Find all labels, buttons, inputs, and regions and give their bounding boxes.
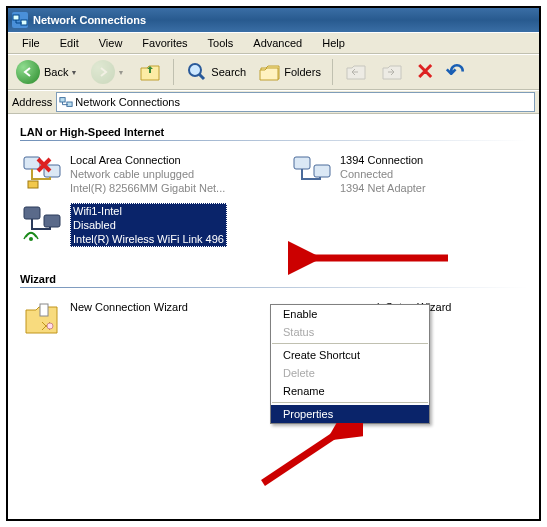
wizard-name: New Connection Wizard: [70, 300, 188, 314]
connection-item-wifi[interactable]: Wifi1-Intel Disabled Intel(R) Wireless W…: [20, 203, 270, 247]
back-icon: [16, 60, 40, 84]
delete-icon: ✕: [416, 59, 434, 85]
menu-edit[interactable]: Edit: [50, 35, 89, 51]
connection-item-1394[interactable]: 1394 Connection Connected 1394 Net Adapt…: [290, 151, 490, 195]
dropdown-icon: ▼: [117, 69, 124, 76]
menubar: File Edit View Favorites Tools Advanced …: [8, 32, 539, 54]
menu-view[interactable]: View: [89, 35, 133, 51]
wizard-icon: [20, 298, 64, 342]
up-folder-icon: [138, 60, 162, 84]
svg-rect-5: [24, 157, 40, 169]
menu-favorites[interactable]: Favorites: [132, 35, 197, 51]
wizard-item-new-connection[interactable]: New Connection Wizard: [20, 298, 270, 342]
svg-rect-0: [13, 15, 19, 20]
annotation-arrow: [288, 238, 458, 278]
context-menu-properties[interactable]: Properties: [271, 405, 429, 423]
undo-button[interactable]: ↶: [442, 57, 468, 87]
address-value: Network Connections: [75, 96, 180, 108]
separator: [272, 402, 428, 403]
connection-name: Local Area Connection: [70, 153, 225, 167]
annotation-arrow: [243, 423, 363, 493]
forward-icon: [91, 60, 115, 84]
context-menu-enable[interactable]: Enable: [271, 305, 429, 323]
menu-help[interactable]: Help: [312, 35, 355, 51]
search-icon: [185, 60, 209, 84]
network-connections-icon: [12, 12, 28, 28]
svg-point-12: [29, 237, 33, 241]
move-to-button: [340, 58, 372, 86]
menu-advanced[interactable]: Advanced: [243, 35, 312, 51]
connection-name: 1394 Connection: [340, 153, 426, 167]
titlebar: Network Connections: [8, 8, 539, 32]
address-bar: Address Network Connections: [8, 90, 539, 114]
folders-button[interactable]: Folders: [254, 58, 325, 86]
back-button[interactable]: Back ▼: [12, 58, 83, 86]
network-connections-icon: [59, 95, 73, 109]
separator: [272, 343, 428, 344]
address-field[interactable]: Network Connections: [56, 92, 535, 112]
address-label: Address: [12, 96, 52, 108]
connection-device: Intel(R) 82566MM Gigabit Net...: [70, 181, 225, 195]
menu-tools[interactable]: Tools: [198, 35, 244, 51]
context-menu-rename[interactable]: Rename: [271, 382, 429, 400]
delete-button[interactable]: ✕: [412, 57, 438, 87]
context-menu-create-shortcut[interactable]: Create Shortcut: [271, 346, 429, 364]
group-header-lan: LAN or High-Speed Internet: [20, 126, 527, 138]
window-title: Network Connections: [33, 14, 146, 26]
search-button[interactable]: Search: [181, 58, 250, 86]
svg-rect-9: [314, 165, 330, 177]
connection-device: 1394 Net Adapter: [340, 181, 426, 195]
connection-item-local-area[interactable]: Local Area Connection Network cable unpl…: [20, 151, 270, 195]
copy-to-icon: [380, 60, 404, 84]
copy-to-button: [376, 58, 408, 86]
move-to-icon: [344, 60, 368, 84]
svg-point-14: [47, 323, 53, 329]
divider: [20, 287, 527, 288]
svg-rect-3: [60, 98, 65, 102]
svg-rect-7: [28, 181, 38, 188]
menu-file[interactable]: File: [12, 35, 50, 51]
connection-status: Network cable unplugged: [70, 167, 225, 181]
svg-line-16: [263, 433, 338, 483]
dropdown-icon[interactable]: ▼: [70, 69, 77, 76]
divider: [20, 140, 527, 141]
wifi-disabled-icon: [20, 203, 64, 247]
lan-unplugged-icon: [20, 151, 64, 195]
connection-name: Wifi1-Intel: [73, 204, 224, 218]
folders-icon: [258, 60, 282, 84]
back-label: Back: [44, 66, 68, 78]
context-menu-status: Status: [271, 323, 429, 341]
up-button[interactable]: [134, 58, 166, 86]
connection-device: Intel(R) Wireless WiFi Link 496: [73, 232, 224, 246]
forward-button: ▼: [87, 58, 130, 86]
connection-status: Disabled: [73, 218, 224, 232]
svg-rect-8: [294, 157, 310, 169]
folders-label: Folders: [284, 66, 321, 78]
connection-status: Connected: [340, 167, 426, 181]
context-menu-delete: Delete: [271, 364, 429, 382]
toolbar: Back ▼ ▼ Search Folders ✕ ↶: [8, 54, 539, 90]
svg-rect-10: [24, 207, 40, 219]
search-label: Search: [211, 66, 246, 78]
context-menu: Enable Status Create Shortcut Delete Ren…: [270, 304, 430, 424]
svg-rect-11: [44, 215, 60, 227]
lan-connected-icon: [290, 151, 334, 195]
undo-icon: ↶: [446, 59, 464, 85]
svg-rect-13: [40, 304, 48, 316]
